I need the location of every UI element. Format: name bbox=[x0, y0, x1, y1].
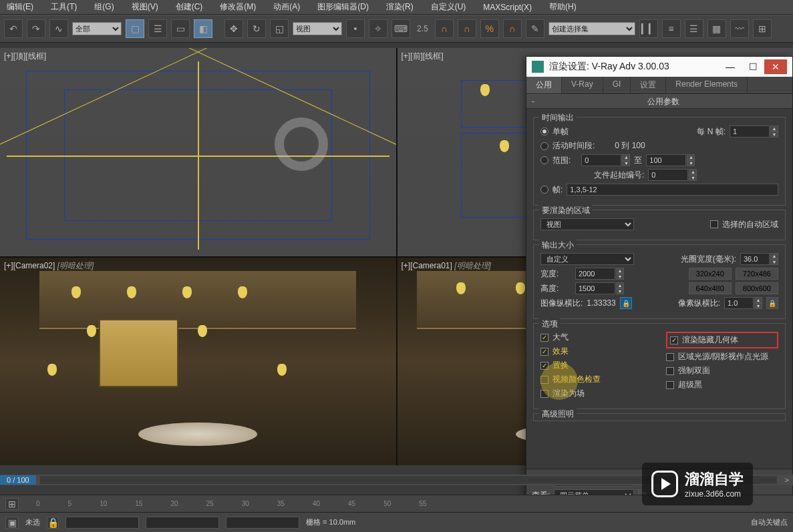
menu-graph[interactable]: 图形编辑器(D) bbox=[315, 0, 371, 14]
menu-create[interactable]: 创建(C) bbox=[173, 0, 206, 14]
selection-filter-select[interactable]: 全部 bbox=[72, 22, 122, 35]
check-area-light[interactable] bbox=[666, 353, 674, 361]
check-auto-region[interactable] bbox=[710, 220, 718, 228]
menu-tools[interactable]: 工具(T) bbox=[48, 0, 80, 14]
lock-selection-icon[interactable]: 🔒 bbox=[47, 517, 59, 529]
preset-800x600[interactable]: 800x600 bbox=[736, 282, 778, 294]
move-icon[interactable]: ✥ bbox=[224, 19, 243, 38]
viewport-cam01-label[interactable]: [+][Camera01] [明暗处理] bbox=[402, 260, 491, 272]
viewport-cam02-label[interactable]: [+][Camera02] [明暗处理] bbox=[4, 260, 94, 272]
radio-single[interactable] bbox=[540, 127, 548, 136]
window-crossing-icon[interactable]: ◧ bbox=[194, 19, 212, 38]
maximize-button[interactable]: ☐ bbox=[742, 59, 764, 74]
named-sel-set-select[interactable]: 创建选择集 bbox=[548, 22, 635, 35]
input-every-n[interactable] bbox=[730, 125, 770, 138]
menu-edit[interactable]: 编辑(E) bbox=[4, 0, 36, 14]
input-range-from[interactable] bbox=[581, 154, 621, 166]
select-object-icon[interactable]: ▢ bbox=[126, 19, 144, 38]
mirror-icon[interactable]: ▎▎ bbox=[639, 19, 658, 38]
select-output-custom[interactable]: 自定义 bbox=[540, 253, 634, 265]
script-listener-icon[interactable]: ▣ bbox=[5, 517, 19, 529]
check-superb[interactable] bbox=[666, 381, 674, 389]
menu-help[interactable]: 帮助(H) bbox=[546, 0, 579, 14]
rotate-icon[interactable]: ↻ bbox=[247, 19, 266, 38]
timeline-frame-marker[interactable]: 0 / 100 bbox=[0, 475, 36, 485]
tab-row: 公用 V-Ray GI 设置 Render Elements bbox=[526, 77, 792, 94]
input-file-start[interactable] bbox=[648, 169, 688, 181]
input-height[interactable] bbox=[575, 282, 615, 294]
coord-z-input[interactable] bbox=[226, 517, 299, 529]
pivot-icon[interactable]: • bbox=[346, 19, 365, 38]
menu-custom[interactable]: 自定义(U) bbox=[428, 0, 469, 14]
input-px-aspect[interactable] bbox=[724, 297, 754, 309]
align-icon[interactable]: ≡ bbox=[662, 19, 681, 38]
menu-render[interactable]: 渲染(R) bbox=[383, 0, 416, 14]
check-hidden[interactable] bbox=[670, 336, 678, 344]
input-aperture[interactable] bbox=[740, 253, 770, 265]
check-render-fields[interactable] bbox=[540, 390, 548, 398]
label-single: 单帧 bbox=[552, 126, 693, 138]
redo-icon[interactable]: ↷ bbox=[27, 19, 45, 38]
curve-editor-icon[interactable]: 〰 bbox=[730, 19, 749, 38]
spin-up[interactable]: ▲ bbox=[770, 125, 778, 131]
percent-snap-icon[interactable]: % bbox=[480, 19, 499, 38]
tab-common[interactable]: 公用 bbox=[526, 77, 562, 93]
graphite-icon[interactable]: ▦ bbox=[707, 19, 726, 38]
snap-toggle-icon[interactable]: ∩ bbox=[435, 19, 454, 38]
select-by-name-icon[interactable]: ☰ bbox=[148, 19, 167, 38]
preset-320x240[interactable]: 320x240 bbox=[689, 268, 732, 280]
scale-icon[interactable]: ◱ bbox=[270, 19, 289, 38]
menu-group[interactable]: 组(G) bbox=[92, 0, 116, 14]
radio-frames[interactable] bbox=[540, 186, 548, 194]
radio-active[interactable] bbox=[540, 142, 548, 150]
check-video[interactable] bbox=[540, 376, 548, 384]
menu-views[interactable]: 视图(V) bbox=[129, 0, 161, 14]
named-sel-edit-icon[interactable]: ✎ bbox=[526, 19, 544, 38]
lock-px-aspect[interactable]: 🔒 bbox=[766, 297, 778, 309]
tab-gi[interactable]: GI bbox=[603, 77, 631, 93]
select-area-mode[interactable]: 视图 bbox=[540, 218, 634, 230]
label-video: 视频颜色检查 bbox=[552, 374, 601, 385]
tab-settings[interactable]: 设置 bbox=[631, 77, 666, 93]
menu-anim[interactable]: 动画(A) bbox=[271, 0, 303, 14]
time-config-icon[interactable]: ⊞ bbox=[5, 498, 19, 510]
input-frames[interactable] bbox=[567, 184, 778, 196]
tab-render-elements[interactable]: Render Elements bbox=[666, 77, 748, 93]
coord-y-input[interactable] bbox=[146, 517, 219, 529]
lock-img-aspect[interactable]: 🔒 bbox=[620, 297, 632, 309]
tab-vray[interactable]: V-Ray bbox=[562, 77, 603, 93]
radio-range[interactable] bbox=[540, 156, 548, 164]
viewport-camera02[interactable]: [+][Camera02] [明暗处理] bbox=[0, 258, 396, 466]
ref-coord-select[interactable]: 视图 bbox=[293, 22, 342, 35]
keyboard-icon[interactable]: ⌨ bbox=[391, 19, 410, 38]
check-atmos[interactable] bbox=[540, 334, 548, 342]
preset-640x480[interactable]: 640x480 bbox=[689, 282, 732, 294]
menu-maxscript[interactable]: MAXScript(X) bbox=[480, 1, 534, 13]
rollup-common-params[interactable]: - 公用参数 bbox=[526, 94, 792, 109]
autokey-label[interactable]: 自动关键点 bbox=[751, 517, 788, 527]
preset-720x486[interactable]: 720x486 bbox=[736, 268, 778, 280]
spinner-snap-icon[interactable]: ∩ bbox=[503, 19, 522, 38]
check-displace[interactable] bbox=[540, 362, 548, 370]
minimize-button[interactable]: — bbox=[719, 59, 742, 74]
viewport-top[interactable]: [+][顶][线框] bbox=[0, 48, 396, 256]
layer-icon[interactable]: ☰ bbox=[685, 19, 703, 38]
input-range-to[interactable] bbox=[646, 154, 686, 166]
viewport-top-label[interactable]: [+][顶][线框] bbox=[4, 51, 46, 62]
angle-snap-icon[interactable]: ∩ bbox=[458, 19, 476, 38]
link-icon[interactable]: ∿ bbox=[49, 19, 68, 38]
select-region-icon[interactable]: ▭ bbox=[171, 19, 190, 38]
viewport-front-label[interactable]: [+][前][线框] bbox=[402, 51, 444, 62]
label-width: 宽度: bbox=[540, 268, 571, 280]
schematic-icon[interactable]: ⊞ bbox=[753, 19, 772, 38]
coord-x-input[interactable] bbox=[65, 517, 139, 529]
check-effects[interactable] bbox=[540, 348, 548, 356]
undo-icon[interactable]: ↶ bbox=[4, 19, 23, 38]
check-force2[interactable] bbox=[666, 367, 674, 375]
close-button[interactable]: ✕ bbox=[764, 59, 787, 74]
manipulator-icon[interactable]: ✧ bbox=[369, 19, 387, 38]
spin-down[interactable]: ▼ bbox=[770, 131, 778, 138]
input-width[interactable] bbox=[575, 268, 615, 280]
menu-modifier[interactable]: 修改器(M) bbox=[217, 0, 259, 14]
dialog-titlebar[interactable]: 渲染设置: V-Ray Adv 3.00.03 — ☐ ✕ bbox=[526, 57, 792, 77]
